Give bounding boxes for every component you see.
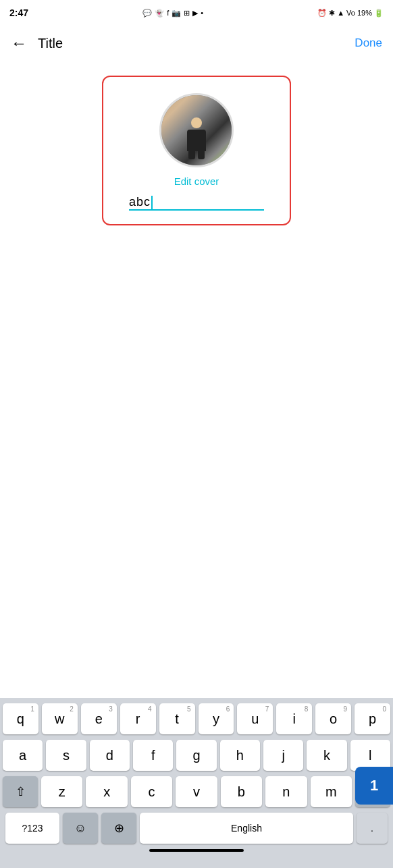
key-period[interactable]: . (357, 813, 388, 844)
bluetooth-icon: ✱ (329, 9, 335, 18)
keyboard-row-3: ⇧ z x c v b n m ⌫ (3, 776, 390, 807)
person-body (187, 130, 206, 151)
key-c[interactable]: c (131, 776, 172, 807)
key-p[interactable]: 0 p (355, 703, 390, 734)
instagram-icon: 📷 (172, 9, 181, 18)
keyboard-bottom-row: ?123 ☺ ⊕ English . (3, 813, 390, 844)
key-e[interactable]: 3 e (81, 703, 117, 734)
signal-icon: Vo (346, 9, 355, 17)
corner-badge-label: 1 (370, 777, 378, 794)
key-r[interactable]: 4 r (120, 703, 156, 734)
dot-icon: • (201, 9, 203, 17)
person-legs (184, 151, 209, 159)
key-q[interactable]: 1 q (3, 703, 38, 734)
alarm-icon: ⏰ (317, 9, 327, 18)
key-t[interactable]: 5 t (159, 703, 195, 734)
status-notification-icons: 💬 👻 f 📷 ⊞ ▶ • (142, 9, 203, 18)
text-cursor (151, 196, 153, 209)
page-title: Title (38, 36, 63, 51)
message-icon: 💬 (142, 9, 152, 18)
snapchat-icon: 👻 (155, 9, 164, 18)
keyboard-row-1: 1 q 2 w 3 e 4 r 5 t 6 y 7 u 8 i (3, 703, 390, 734)
cover-image-bg (161, 95, 232, 165)
key-s[interactable]: s (46, 740, 86, 771)
back-button[interactable]: ← (11, 34, 27, 53)
key-o[interactable]: 9 o (315, 703, 351, 734)
keyboard: 1 q 2 w 3 e 4 r 5 t 6 y 7 u 8 i (0, 698, 393, 868)
key-d[interactable]: d (90, 740, 130, 771)
main-content: Edit cover abc (0, 62, 393, 319)
person-leg-left (188, 151, 195, 159)
key-g[interactable]: g (176, 740, 216, 771)
corner-app-badge: 1 (355, 767, 393, 805)
period-label: . (371, 823, 373, 834)
key-a[interactable]: a (3, 740, 43, 771)
space-label: English (231, 823, 262, 834)
globe-icon: ⊕ (114, 821, 124, 836)
status-time: 2:47 (9, 7, 28, 18)
key-numbers[interactable]: ?123 (5, 813, 59, 844)
key-m[interactable]: m (311, 776, 352, 807)
key-b[interactable]: b (221, 776, 262, 807)
key-shift[interactable]: ⇧ (3, 776, 38, 807)
key-j[interactable]: j (263, 740, 303, 771)
key-space[interactable]: English (140, 813, 353, 844)
youtube-icon: ▶ (192, 9, 198, 18)
battery-text: 19% (357, 9, 372, 17)
app-bar-left: ← Title (11, 34, 63, 53)
key-k[interactable]: k (307, 740, 346, 771)
key-f[interactable]: f (133, 740, 173, 771)
edit-cover-button[interactable]: Edit cover (174, 175, 219, 187)
key-v[interactable]: v (176, 776, 217, 807)
done-button[interactable]: Done (355, 36, 382, 50)
spacer (0, 319, 393, 413)
cover-image[interactable] (159, 93, 234, 167)
title-input-area[interactable]: abc (129, 195, 264, 211)
key-y[interactable]: 6 y (199, 703, 234, 734)
key-globe[interactable]: ⊕ (101, 813, 136, 844)
key-x[interactable]: x (86, 776, 127, 807)
nav-bar-line (149, 849, 244, 852)
status-system-icons: ⏰ ✱ ▲ Vo 19% 🔋 (317, 9, 384, 18)
shift-icon: ⇧ (16, 784, 26, 799)
facebook-icon: f (167, 9, 169, 17)
person-figure (184, 117, 209, 155)
numbers-label: ?123 (22, 823, 43, 834)
key-u[interactable]: 7 u (237, 703, 273, 734)
title-card: Edit cover abc (102, 76, 291, 225)
emoji-icon: ☺ (74, 821, 86, 836)
battery-icon: 🔋 (374, 9, 384, 18)
key-i[interactable]: 8 i (276, 703, 312, 734)
key-z[interactable]: z (41, 776, 82, 807)
key-n[interactable]: n (265, 776, 307, 807)
title-input-text: abc (129, 195, 151, 209)
person-head (191, 117, 202, 128)
grid-icon: ⊞ (184, 9, 190, 18)
keyboard-row-2: a s d f g h j k l (3, 740, 390, 771)
status-bar: 2:47 💬 👻 f 📷 ⊞ ▶ • ⏰ ✱ ▲ Vo 19% 🔋 (0, 0, 393, 24)
person-leg-right (198, 151, 205, 159)
wifi-icon: ▲ (337, 9, 344, 17)
app-bar: ← Title Done (0, 24, 393, 62)
key-emoji[interactable]: ☺ (63, 813, 98, 844)
key-h[interactable]: h (220, 740, 260, 771)
key-w[interactable]: 2 w (42, 703, 78, 734)
